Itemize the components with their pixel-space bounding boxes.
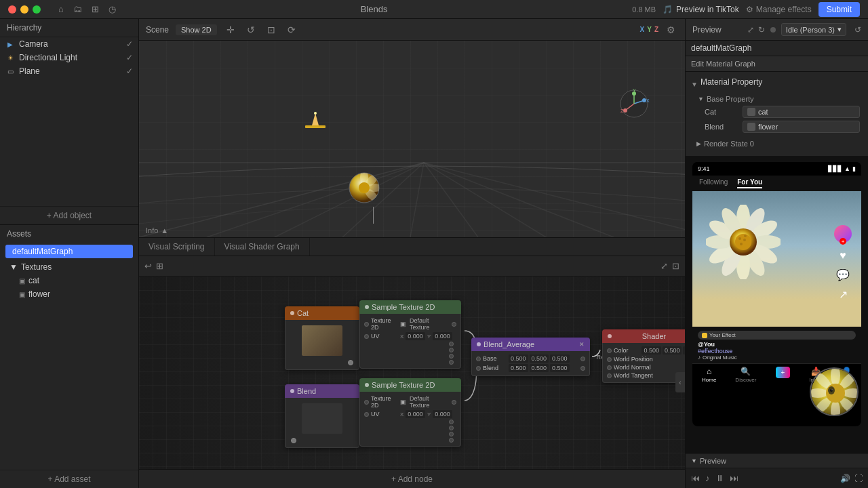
- shader-color-in[interactable]: [607, 348, 612, 353]
- add-node-bar[interactable]: + Add node: [139, 469, 685, 488]
- base-val3[interactable]: 0.500: [550, 354, 570, 363]
- sample2-out2[interactable]: [449, 426, 454, 430]
- blend-val1[interactable]: 0.500: [509, 364, 528, 372]
- shader-c1[interactable]: 0.500: [642, 346, 661, 354]
- follow-plus[interactable]: +: [840, 238, 846, 245]
- user-avatar[interactable]: +: [834, 225, 852, 243]
- preview-tiktok-btn[interactable]: 🎵 Preview in TikTok: [663, 5, 739, 14]
- cat-output-dot[interactable]: [348, 360, 353, 365]
- nav-home[interactable]: ⌂ Home: [702, 367, 716, 383]
- shader-worldpos-in[interactable]: [607, 357, 612, 362]
- move-tool-btn[interactable]: ✛: [224, 23, 237, 37]
- sample2-tex-out-dot[interactable]: [452, 400, 456, 405]
- info-label[interactable]: Info: [146, 226, 158, 235]
- sample2-out3[interactable]: [449, 432, 454, 436]
- person-select[interactable]: Idle (Person 3) ▾: [781, 23, 846, 36]
- sample1-out1[interactable]: [449, 342, 454, 346]
- blend-val3[interactable]: 0.500: [550, 364, 570, 372]
- sample1-out2-dot[interactable]: [449, 348, 454, 352]
- tab-visual-scripting[interactable]: Visual Scripting: [139, 238, 215, 256]
- base-property-header[interactable]: ▼ Base Property: [691, 94, 863, 104]
- skip-back-btn[interactable]: ⏮: [691, 473, 700, 483]
- right-collapse-btn[interactable]: ‹: [675, 372, 685, 392]
- fast-forward-btn[interactable]: ⏭: [730, 473, 738, 483]
- add-asset-button[interactable]: + Add asset: [0, 470, 138, 488]
- like-btn[interactable]: ♥: [840, 249, 846, 262]
- home-icon[interactable]: ⌂: [58, 4, 64, 14]
- assets-tab-default-mat[interactable]: defaultMatGraph: [5, 245, 133, 258]
- for-you-tab[interactable]: For You: [737, 178, 762, 188]
- viewport-3d[interactable]: X Y Z Info ▲: [139, 41, 685, 237]
- light-visibility[interactable]: ✓: [126, 53, 133, 62]
- rotate-tool-btn[interactable]: ↺: [244, 23, 258, 37]
- sample1-out3-dot[interactable]: [449, 354, 454, 359]
- file-icon[interactable]: 🗂: [73, 4, 82, 14]
- assets-file-cat[interactable]: ▣ cat: [0, 274, 138, 287]
- preview-reload-btn[interactable]: ↺: [854, 25, 861, 35]
- blend-avg-blend-out[interactable]: [580, 366, 585, 371]
- hierarchy-item-directional-light[interactable]: ☀ Directional Light ✓: [0, 51, 138, 64]
- shader-worldtangent-in[interactable]: [607, 373, 612, 378]
- show-2d-button[interactable]: Show 2D: [176, 24, 217, 35]
- shader-c3[interactable]: 0.500: [683, 346, 685, 354]
- blend-output-dot[interactable]: [291, 438, 296, 443]
- blend-val2[interactable]: 0.500: [530, 364, 549, 372]
- blend-avg-blend-in[interactable]: [476, 366, 481, 371]
- tab-visual-shader-graph[interactable]: Visual Shader Graph: [215, 238, 310, 256]
- sample1-out4-dot[interactable]: [449, 360, 454, 365]
- blend-avg-collapse[interactable]: ✕: [579, 341, 585, 348]
- assets-folder-textures[interactable]: ▼ Textures: [0, 260, 138, 274]
- transform-tool-btn[interactable]: ⟳: [285, 23, 298, 37]
- base-val2[interactable]: 0.500: [530, 354, 549, 363]
- submit-button[interactable]: Submit: [818, 2, 860, 17]
- assets-file-flower[interactable]: ▣ flower: [0, 287, 138, 301]
- hierarchy-item-plane[interactable]: ▭ Plane ✓: [0, 64, 138, 78]
- close-btn[interactable]: [8, 5, 16, 14]
- node-blend-average[interactable]: Blend_Average ✕ Base 0.500 0.500 0.500: [471, 338, 590, 376]
- share-btn[interactable]: ↗: [839, 288, 848, 301]
- node-sample-texture-1[interactable]: Sample Texture 2D Texture 2D ▣ Default T…: [359, 300, 461, 369]
- music-note-btn[interactable]: ♪: [705, 473, 710, 483]
- node-shader[interactable]: Shader ✕ Color 0.500 0.500 0.500: [602, 329, 685, 383]
- material-prop-arrow[interactable]: ▼: [691, 81, 698, 88]
- comment-btn[interactable]: 💬: [836, 268, 850, 281]
- node-sample-texture-2[interactable]: Sample Texture 2D Texture 2D ▣ Default T…: [359, 378, 461, 447]
- blend-avg-base-out[interactable]: [580, 357, 585, 361]
- node-cat[interactable]: Cat: [285, 306, 359, 370]
- base-val1[interactable]: 0.500: [509, 354, 528, 363]
- node-blend-left[interactable]: Blend: [285, 384, 359, 448]
- plane-visibility[interactable]: ✓: [126, 66, 133, 76]
- blend-property-value[interactable]: flower: [743, 121, 860, 133]
- fullscreen-btn[interactable]: ⤢: [660, 261, 668, 271]
- manage-effects-btn[interactable]: ⚙ Manage effects: [746, 5, 812, 14]
- layout-icon[interactable]: ⊞: [92, 4, 99, 14]
- scale-tool-btn[interactable]: ⊡: [264, 23, 278, 37]
- add-object-button[interactable]: + Add object: [0, 206, 138, 224]
- sample2-out4[interactable]: [449, 438, 454, 443]
- sample1-y-val[interactable]: 0.000: [433, 332, 452, 340]
- history-icon[interactable]: ◷: [108, 4, 116, 14]
- fullscreen-playback-btn[interactable]: ⛶: [854, 474, 863, 483]
- sample2-y-val[interactable]: 0.000: [433, 410, 452, 418]
- settings-scene-btn[interactable]: ⚙: [664, 23, 678, 37]
- grid-btn[interactable]: ⊞: [156, 261, 163, 271]
- sample2-x-val[interactable]: 0.000: [406, 410, 425, 418]
- sample1-x-val[interactable]: 0.000: [406, 332, 425, 340]
- render-state-header[interactable]: ▶ Render State 0: [691, 137, 863, 150]
- minimize-btn[interactable]: [20, 5, 28, 14]
- shader-c2[interactable]: 0.500: [663, 346, 682, 354]
- hierarchy-item-camera[interactable]: ▶ Camera ✓: [0, 37, 138, 51]
- volume-btn[interactable]: 🔊: [840, 474, 850, 483]
- following-tab[interactable]: Following: [699, 178, 728, 188]
- camera-visibility[interactable]: ✓: [126, 39, 133, 49]
- preview-refresh-btn[interactable]: ↻: [758, 25, 765, 35]
- nav-discover[interactable]: 🔍 Discover: [735, 367, 756, 383]
- sample1-tex-out-dot[interactable]: [452, 322, 456, 327]
- preview-expand-btn[interactable]: ⤢: [747, 25, 754, 35]
- nav-create[interactable]: +: [776, 367, 791, 383]
- maximize-btn[interactable]: [33, 5, 41, 14]
- blend-avg-base-in[interactable]: [476, 357, 481, 361]
- shader-worldnormal-in[interactable]: [607, 365, 612, 370]
- cat-property-value[interactable]: cat: [743, 106, 860, 118]
- collapse-btn[interactable]: ⊡: [672, 261, 679, 271]
